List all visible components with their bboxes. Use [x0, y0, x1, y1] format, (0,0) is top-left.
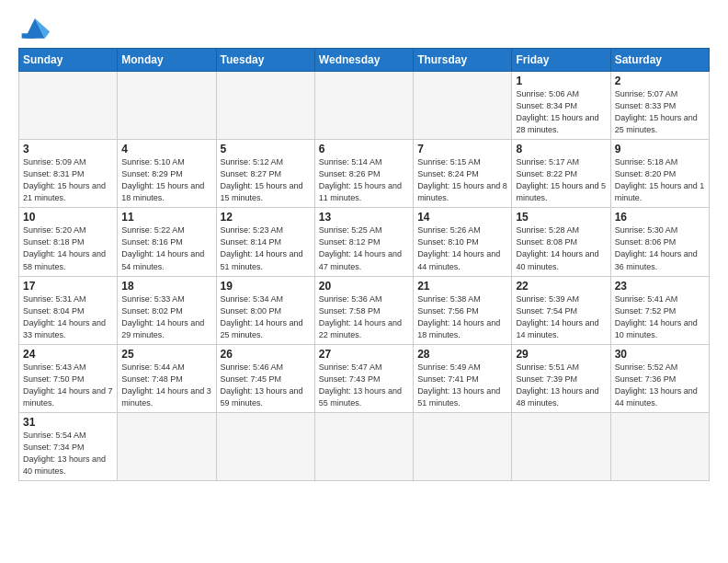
weekday-header-friday: Friday [512, 49, 610, 72]
week-row-1: 1Sunrise: 5:06 AM Sunset: 8:34 PM Daylig… [19, 72, 710, 140]
day-cell [610, 412, 709, 480]
day-cell: 10Sunrise: 5:20 AM Sunset: 8:18 PM Dayli… [19, 208, 118, 276]
day-cell [512, 412, 610, 480]
weekday-header-wednesday: Wednesday [314, 49, 413, 72]
day-number: 29 [516, 348, 606, 361]
day-number: 22 [516, 280, 606, 293]
day-info: Sunrise: 5:39 AM Sunset: 7:54 PM Dayligh… [516, 293, 606, 341]
weekday-header-thursday: Thursday [414, 49, 512, 72]
day-number: 11 [121, 211, 211, 224]
day-cell: 27Sunrise: 5:47 AM Sunset: 7:43 PM Dayli… [314, 344, 413, 412]
day-number: 26 [221, 348, 311, 361]
day-info: Sunrise: 5:31 AM Sunset: 8:04 PM Dayligh… [23, 293, 113, 341]
day-number: 28 [417, 348, 507, 361]
day-number: 5 [221, 143, 311, 155]
day-cell: 30Sunrise: 5:52 AM Sunset: 7:36 PM Dayli… [610, 344, 709, 412]
day-info: Sunrise: 5:17 AM Sunset: 8:22 PM Dayligh… [516, 156, 606, 204]
day-info: Sunrise: 5:38 AM Sunset: 7:56 PM Dayligh… [417, 293, 507, 341]
day-number: 8 [516, 143, 606, 155]
day-cell [414, 412, 512, 480]
day-cell: 14Sunrise: 5:26 AM Sunset: 8:10 PM Dayli… [414, 208, 512, 276]
day-number: 15 [516, 211, 606, 224]
day-number: 21 [417, 280, 507, 293]
week-row-6: 31Sunrise: 5:54 AM Sunset: 7:34 PM Dayli… [19, 412, 710, 480]
day-cell [414, 72, 512, 140]
day-info: Sunrise: 5:36 AM Sunset: 7:58 PM Dayligh… [319, 293, 409, 341]
day-info: Sunrise: 5:46 AM Sunset: 7:45 PM Dayligh… [221, 362, 311, 409]
day-info: Sunrise: 5:26 AM Sunset: 8:10 PM Dayligh… [417, 224, 507, 272]
day-number: 10 [23, 211, 113, 224]
day-info: Sunrise: 5:28 AM Sunset: 8:08 PM Dayligh… [516, 224, 606, 272]
day-cell: 8Sunrise: 5:17 AM Sunset: 8:22 PM Daylig… [512, 140, 610, 208]
week-row-2: 3Sunrise: 5:09 AM Sunset: 8:31 PM Daylig… [19, 140, 710, 208]
day-cell: 3Sunrise: 5:09 AM Sunset: 8:31 PM Daylig… [19, 140, 118, 208]
day-number: 1 [516, 75, 606, 87]
day-number: 25 [121, 348, 211, 361]
day-cell: 9Sunrise: 5:18 AM Sunset: 8:20 PM Daylig… [610, 140, 709, 208]
week-row-5: 24Sunrise: 5:43 AM Sunset: 7:50 PM Dayli… [19, 344, 710, 412]
day-cell: 1Sunrise: 5:06 AM Sunset: 8:34 PM Daylig… [512, 72, 610, 140]
day-number: 19 [221, 280, 311, 293]
day-cell: 4Sunrise: 5:10 AM Sunset: 8:29 PM Daylig… [118, 140, 216, 208]
day-number: 7 [417, 143, 507, 155]
day-cell: 7Sunrise: 5:15 AM Sunset: 8:24 PM Daylig… [414, 140, 512, 208]
weekday-header-sunday: Sunday [19, 49, 118, 72]
day-cell: 18Sunrise: 5:33 AM Sunset: 8:02 PM Dayli… [118, 276, 216, 344]
day-info: Sunrise: 5:14 AM Sunset: 8:26 PM Dayligh… [319, 156, 409, 204]
day-number: 18 [121, 280, 211, 293]
day-number: 16 [615, 211, 705, 224]
day-info: Sunrise: 5:33 AM Sunset: 8:02 PM Dayligh… [121, 293, 211, 341]
day-cell [216, 412, 314, 480]
day-info: Sunrise: 5:47 AM Sunset: 7:43 PM Dayligh… [319, 362, 409, 409]
day-info: Sunrise: 5:30 AM Sunset: 8:06 PM Dayligh… [615, 224, 705, 272]
day-info: Sunrise: 5:34 AM Sunset: 8:00 PM Dayligh… [221, 293, 311, 341]
day-number: 31 [23, 416, 113, 429]
logo-icon [18, 15, 51, 40]
day-cell: 12Sunrise: 5:23 AM Sunset: 8:14 PM Dayli… [216, 208, 314, 276]
logo [18, 15, 55, 40]
weekday-header-tuesday: Tuesday [216, 49, 314, 72]
day-info: Sunrise: 5:22 AM Sunset: 8:16 PM Dayligh… [121, 224, 211, 272]
day-cell [118, 72, 216, 140]
svg-rect-2 [22, 33, 35, 38]
day-cell: 2Sunrise: 5:07 AM Sunset: 8:33 PM Daylig… [610, 72, 709, 140]
day-cell: 31Sunrise: 5:54 AM Sunset: 7:34 PM Dayli… [19, 412, 118, 480]
day-cell: 23Sunrise: 5:41 AM Sunset: 7:52 PM Dayli… [610, 276, 709, 344]
day-cell: 28Sunrise: 5:49 AM Sunset: 7:41 PM Dayli… [414, 344, 512, 412]
day-number: 9 [615, 143, 705, 155]
day-number: 23 [615, 280, 705, 293]
day-info: Sunrise: 5:20 AM Sunset: 8:18 PM Dayligh… [23, 224, 113, 272]
day-info: Sunrise: 5:54 AM Sunset: 7:34 PM Dayligh… [23, 430, 113, 477]
weekday-header-saturday: Saturday [610, 49, 709, 72]
day-number: 6 [319, 143, 409, 155]
day-number: 27 [319, 348, 409, 361]
day-number: 12 [221, 211, 311, 224]
day-cell [314, 72, 413, 140]
day-info: Sunrise: 5:18 AM Sunset: 8:20 PM Dayligh… [615, 156, 705, 204]
day-cell: 15Sunrise: 5:28 AM Sunset: 8:08 PM Dayli… [512, 208, 610, 276]
page: SundayMondayTuesdayWednesdayThursdayFrid… [0, 0, 728, 490]
day-info: Sunrise: 5:10 AM Sunset: 8:29 PM Dayligh… [121, 156, 211, 204]
day-cell: 20Sunrise: 5:36 AM Sunset: 7:58 PM Dayli… [314, 276, 413, 344]
day-info: Sunrise: 5:44 AM Sunset: 7:48 PM Dayligh… [121, 362, 211, 409]
day-cell: 5Sunrise: 5:12 AM Sunset: 8:27 PM Daylig… [216, 140, 314, 208]
day-number: 30 [615, 348, 705, 361]
header [18, 15, 710, 40]
day-cell: 24Sunrise: 5:43 AM Sunset: 7:50 PM Dayli… [19, 344, 118, 412]
day-cell: 6Sunrise: 5:14 AM Sunset: 8:26 PM Daylig… [314, 140, 413, 208]
day-cell [19, 72, 118, 140]
week-row-4: 17Sunrise: 5:31 AM Sunset: 8:04 PM Dayli… [19, 276, 710, 344]
day-cell: 22Sunrise: 5:39 AM Sunset: 7:54 PM Dayli… [512, 276, 610, 344]
day-cell [216, 72, 314, 140]
day-info: Sunrise: 5:09 AM Sunset: 8:31 PM Dayligh… [23, 156, 113, 204]
day-info: Sunrise: 5:25 AM Sunset: 8:12 PM Dayligh… [319, 224, 409, 272]
day-cell: 17Sunrise: 5:31 AM Sunset: 8:04 PM Dayli… [19, 276, 118, 344]
day-number: 2 [615, 75, 705, 87]
day-info: Sunrise: 5:15 AM Sunset: 8:24 PM Dayligh… [417, 156, 507, 204]
calendar-table: SundayMondayTuesdayWednesdayThursdayFrid… [18, 48, 710, 481]
week-row-3: 10Sunrise: 5:20 AM Sunset: 8:18 PM Dayli… [19, 208, 710, 276]
weekday-header-monday: Monday [118, 49, 216, 72]
day-info: Sunrise: 5:52 AM Sunset: 7:36 PM Dayligh… [615, 362, 705, 409]
day-number: 20 [319, 280, 409, 293]
day-info: Sunrise: 5:07 AM Sunset: 8:33 PM Dayligh… [615, 88, 705, 136]
